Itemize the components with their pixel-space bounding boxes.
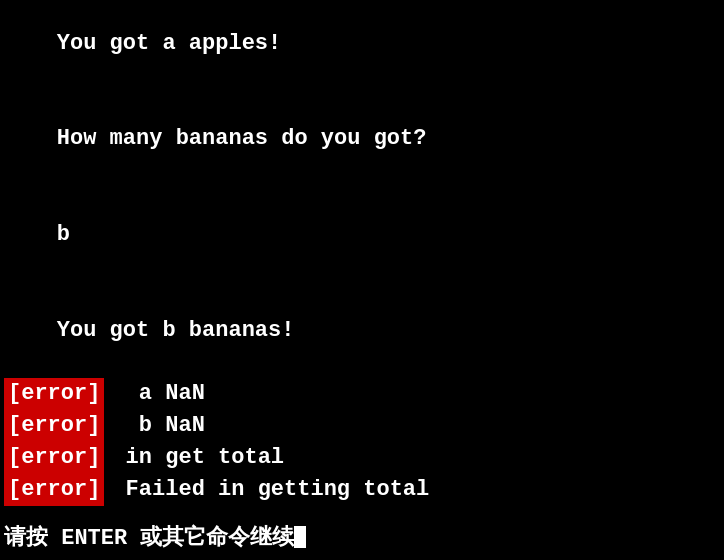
terminal-cursor <box>294 526 306 548</box>
bottom-prompt-text: 请按 ENTER 或其它命令继续 <box>4 522 294 552</box>
terminal-window: 请按 ENTER 或其它命令继续 How many apples do you … <box>0 0 724 560</box>
error-line-1: [error] a NaN <box>4 378 720 410</box>
error-line-4: [error] Failed in getting total <box>4 474 720 506</box>
error-badge-1: [error] <box>4 378 104 410</box>
terminal-line-b-input: b <box>4 187 720 283</box>
error-message-3: in get total <box>104 442 284 474</box>
error-badge-3: [error] <box>4 442 104 474</box>
error-badge-4: [error] <box>4 474 104 506</box>
terminal-line-bananas-result: You got b bananas! <box>4 283 720 379</box>
bottom-prompt-line: 请按 ENTER 或其它命令继续 <box>4 522 720 552</box>
error-message-4: Failed in getting total <box>104 474 429 506</box>
error-message-1: a NaN <box>104 378 204 410</box>
terminal-line-apples-result: You got a apples! <box>4 0 720 91</box>
error-message-2: b NaN <box>104 410 204 442</box>
error-badge-2: [error] <box>4 410 104 442</box>
error-line-3: [error] in get total <box>4 442 720 474</box>
terminal-line-bananas-question: How many bananas do you got? <box>4 91 720 187</box>
error-line-2: [error] b NaN <box>4 410 720 442</box>
